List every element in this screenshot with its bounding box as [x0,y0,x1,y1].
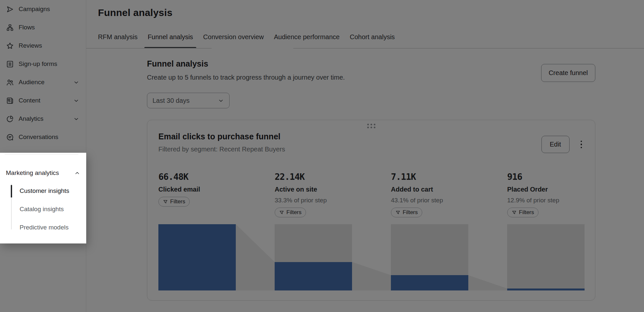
app-root: Campaigns Flows Reviews Sign-up forms [0,0,644,312]
chevron-up-icon [74,170,80,176]
flyout-header-label: Marketing analytics [6,169,59,177]
flyout-top-divider [5,154,78,155]
flyout-items: Customer insights Catalog insights Predi… [20,182,83,237]
flyout-item-predictive-models[interactable]: Predictive models [20,218,83,237]
marketing-analytics-header[interactable]: Marketing analytics [6,167,80,179]
flyout-item-customer-insights[interactable]: Customer insights [20,182,83,200]
flyout-item-catalog-insights[interactable]: Catalog insights [20,200,83,218]
modal-scrim[interactable] [0,0,644,312]
marketing-analytics-flyout: Marketing analytics Customer insights Ca… [0,153,86,243]
flyout-rail-active-indicator [11,185,12,197]
